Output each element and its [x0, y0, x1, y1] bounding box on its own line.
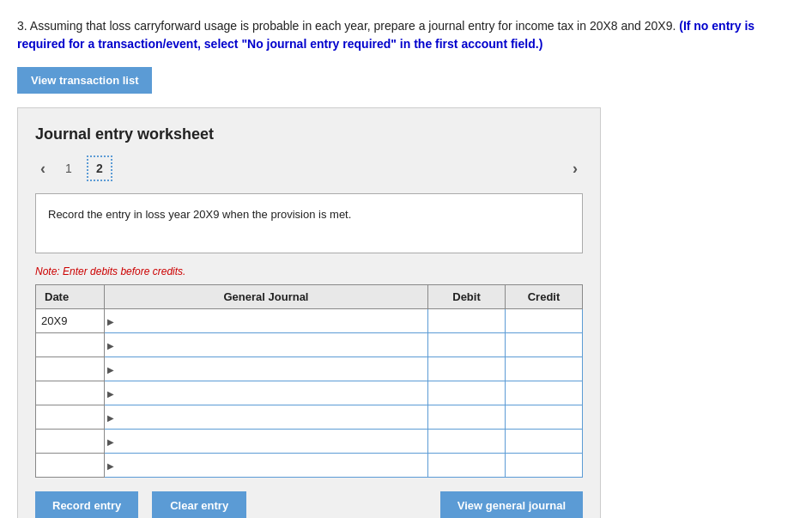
journal-table: Date General Journal Debit Credit 20X9	[35, 284, 583, 478]
date-cell-4	[36, 381, 105, 405]
journal-cell-3[interactable]	[105, 357, 428, 381]
credit-input-6[interactable]	[506, 430, 582, 453]
col-header-debit: Debit	[428, 285, 506, 309]
credit-cell-6[interactable]	[506, 430, 583, 454]
debit-input-7[interactable]	[428, 454, 505, 477]
col-header-date: Date	[36, 285, 105, 309]
credit-cell-7[interactable]	[506, 454, 583, 478]
credit-input-4[interactable]	[506, 381, 582, 405]
credit-cell-3[interactable]	[506, 357, 583, 381]
date-cell-3	[36, 357, 105, 381]
credit-cell-2[interactable]	[506, 333, 583, 357]
date-cell-1: 20X9	[36, 309, 105, 333]
tab-2[interactable]: 2	[87, 155, 112, 181]
date-cell-7	[36, 454, 105, 478]
journal-cell-2[interactable]	[105, 333, 428, 357]
journal-cell-6[interactable]	[105, 430, 428, 454]
table-row	[36, 405, 583, 430]
debit-input-4[interactable]	[428, 381, 505, 405]
debit-cell-1[interactable]	[428, 309, 506, 333]
journal-input-3[interactable]	[105, 357, 427, 381]
debit-input-3[interactable]	[428, 357, 505, 381]
table-row	[36, 381, 583, 405]
table-row	[36, 333, 583, 357]
clear-entry-button[interactable]: Clear entry	[152, 491, 246, 518]
table-row	[36, 357, 583, 381]
credit-input-3[interactable]	[506, 357, 582, 381]
view-general-journal-button[interactable]: View general journal	[440, 491, 583, 518]
journal-input-4[interactable]	[105, 381, 427, 405]
description-box: Record the entry in loss year 20X9 when …	[35, 193, 583, 253]
debit-input-2[interactable]	[428, 333, 505, 357]
credit-cell-5[interactable]	[506, 405, 583, 430]
journal-input-2[interactable]	[105, 333, 427, 357]
journal-entry-worksheet: Journal entry worksheet ‹ 1 2 › Record t…	[17, 107, 601, 518]
debit-input-5[interactable]	[428, 405, 505, 429]
tab-next-arrow[interactable]: ›	[567, 158, 583, 180]
journal-input-6[interactable]	[105, 430, 427, 453]
table-row	[36, 430, 583, 454]
debit-cell-2[interactable]	[428, 333, 506, 357]
debit-cell-7[interactable]	[428, 454, 506, 478]
tab-prev-arrow[interactable]: ‹	[35, 158, 51, 180]
journal-cell-4[interactable]	[105, 381, 428, 405]
debit-cell-5[interactable]	[428, 405, 506, 430]
credit-input-7[interactable]	[506, 454, 582, 477]
worksheet-title: Journal entry worksheet	[35, 125, 583, 143]
debit-input-1[interactable]	[428, 309, 505, 332]
debit-cell-3[interactable]	[428, 357, 506, 381]
credit-input-2[interactable]	[506, 333, 582, 357]
journal-input-5[interactable]	[105, 405, 427, 429]
journal-input-1[interactable]	[105, 309, 427, 332]
date-cell-6	[36, 430, 105, 454]
col-header-journal: General Journal	[105, 285, 428, 309]
date-cell-2	[36, 333, 105, 357]
date-cell-5	[36, 405, 105, 430]
debit-cell-4[interactable]	[428, 381, 506, 405]
credit-input-5[interactable]	[506, 405, 582, 429]
tab-navigation: ‹ 1 2 ›	[35, 155, 583, 181]
button-row: Record entry Clear entry View general jo…	[35, 491, 583, 518]
credit-input-1[interactable]	[506, 309, 582, 332]
journal-cell-1[interactable]	[105, 309, 428, 333]
note-text: Note: Enter debits before credits.	[35, 265, 583, 277]
credit-cell-4[interactable]	[506, 381, 583, 405]
table-row	[36, 454, 583, 478]
view-transaction-button[interactable]: View transaction list	[17, 67, 152, 94]
debit-cell-6[interactable]	[428, 430, 506, 454]
credit-cell-1[interactable]	[506, 309, 583, 333]
debit-input-6[interactable]	[428, 430, 505, 453]
question-text: 3. Assuming that loss carryforward usage…	[17, 17, 755, 53]
journal-cell-5[interactable]	[105, 405, 428, 430]
col-header-credit: Credit	[506, 285, 583, 309]
record-entry-button[interactable]: Record entry	[35, 491, 138, 518]
journal-input-7[interactable]	[105, 454, 427, 477]
table-row: 20X9	[36, 309, 583, 333]
tab-1[interactable]: 1	[56, 155, 82, 181]
journal-cell-7[interactable]	[105, 454, 428, 478]
